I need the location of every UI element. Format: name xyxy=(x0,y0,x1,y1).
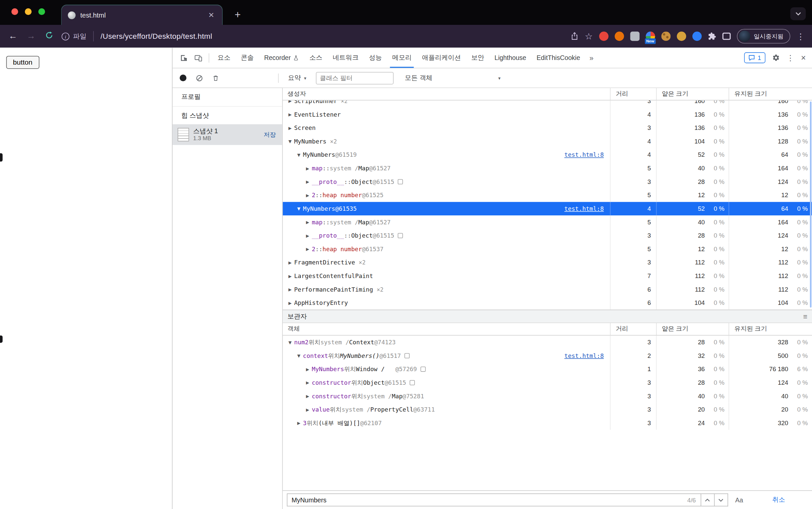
info-icon[interactable] xyxy=(405,353,410,359)
retainer-row[interactable]: ▶MyNumbers 위치 Window / @572691360 %76 18… xyxy=(283,363,812,376)
site-info-chip[interactable]: i 파일 xyxy=(62,32,87,41)
record-snapshot-button[interactable] xyxy=(180,74,186,81)
constructor-row[interactable]: ▶EventListener41360 %1360 % xyxy=(283,108,812,121)
constructor-row[interactable]: ▼MyNumbers @61535test.html:84520 %640 % xyxy=(283,202,812,215)
bookmark-star-icon[interactable]: ☆ xyxy=(585,31,593,42)
constructor-row[interactable]: ▶LargestContentfulPaint71120 %1120 % xyxy=(283,269,812,283)
search-next-button[interactable] xyxy=(715,494,728,506)
extensions-puzzle-icon[interactable] xyxy=(708,32,716,40)
devtools-tab-요소[interactable]: 요소 xyxy=(212,48,236,68)
extension-icon[interactable] xyxy=(692,32,701,41)
column-distance[interactable]: 거리 xyxy=(610,323,656,335)
info-icon[interactable] xyxy=(398,179,403,184)
expand-arrow-icon[interactable]: ▶ xyxy=(304,407,312,412)
search-previous-button[interactable] xyxy=(701,494,715,506)
close-window-button[interactable] xyxy=(11,8,18,15)
expand-arrow-icon[interactable]: ▶ xyxy=(304,166,312,171)
constructor-row[interactable]: ▶__proto__ :: Object @615153280 %1240 % xyxy=(283,175,812,189)
tab-close-icon[interactable]: ✕ xyxy=(206,11,216,19)
collapse-arrow-icon[interactable]: ▼ xyxy=(286,340,294,345)
expand-arrow-icon[interactable]: ▶ xyxy=(304,233,312,238)
collapse-arrow-icon[interactable]: ▼ xyxy=(295,152,303,157)
page-button[interactable]: button xyxy=(6,56,39,69)
expand-arrow-icon[interactable]: ▶ xyxy=(286,274,294,278)
back-button[interactable]: ← xyxy=(7,31,19,41)
extension-cookie-icon[interactable] xyxy=(661,32,671,41)
constructor-row[interactable]: ▼MyNumbers @61519test.html:84520 %640 % xyxy=(283,148,812,162)
devtools-close-button[interactable]: × xyxy=(801,53,806,62)
column-shallow-size[interactable]: 얕은 크기 xyxy=(656,88,729,100)
expand-arrow-icon[interactable]: ▶ xyxy=(286,112,294,116)
devtools-tab-네트워크[interactable]: 네트워크 xyxy=(328,48,364,68)
devtools-tab-Lighthouse[interactable]: Lighthouse xyxy=(489,48,531,68)
extension-icon[interactable]: New xyxy=(646,32,655,41)
object-scope-dropdown[interactable]: 모든 객체 ▾ xyxy=(405,74,501,82)
expand-arrow-icon[interactable]: ▶ xyxy=(304,193,312,198)
device-toolbar-button[interactable] xyxy=(191,51,206,65)
scrollbar-thumb[interactable] xyxy=(810,101,812,308)
settings-gear-button[interactable] xyxy=(772,54,780,62)
expand-arrow-icon[interactable]: ▶ xyxy=(304,220,312,224)
devtools-tab-소스[interactable]: 소스 xyxy=(304,48,328,68)
column-retained-size[interactable]: 유지된 크기 xyxy=(729,88,812,100)
info-icon[interactable] xyxy=(398,233,403,238)
info-icon[interactable] xyxy=(410,380,415,385)
reload-button[interactable] xyxy=(43,31,55,42)
expand-arrow-icon[interactable]: ▶ xyxy=(304,247,312,251)
expand-arrow-icon[interactable]: ▶ xyxy=(304,394,312,398)
expand-arrow-icon[interactable]: ▶ xyxy=(286,260,294,265)
save-snapshot-link[interactable]: 저장 xyxy=(264,130,276,139)
collapse-arrow-icon[interactable]: ▼ xyxy=(295,353,303,358)
constructor-row[interactable]: ▶PerformancePaintTiming×261120 %1120 % xyxy=(283,283,812,296)
devtools-tab-보안[interactable]: 보안 xyxy=(466,48,489,68)
expand-arrow-icon[interactable]: ▶ xyxy=(286,287,294,292)
snapshot-item[interactable]: 스냅샷 1 1.3 MB 저장 xyxy=(172,124,282,145)
extension-icon[interactable] xyxy=(614,32,624,41)
expand-arrow-icon[interactable]: ▶ xyxy=(295,421,303,426)
search-cancel-button[interactable]: 취소 xyxy=(772,496,785,504)
more-tabs-button[interactable]: » xyxy=(585,54,598,62)
constructor-row[interactable]: ▶AppHistoryEntry61040 %1040 % xyxy=(283,296,812,310)
retainer-row[interactable]: ▶constructor 위치 system / Map @752813400 … xyxy=(283,389,812,403)
source-link[interactable]: test.html:8 xyxy=(565,205,610,212)
new-tab-button[interactable]: + xyxy=(231,8,245,21)
expand-arrow-icon[interactable]: ▶ xyxy=(286,100,294,103)
devtools-tab-콘솔[interactable]: 콘솔 xyxy=(236,48,259,68)
profile-chip[interactable]: 일시중지됨 xyxy=(737,29,790,44)
collapse-arrow-icon[interactable]: ▼ xyxy=(295,206,303,211)
constructor-row[interactable]: ▶2 :: heap number @615375120 %120 % xyxy=(283,242,812,256)
expand-arrow-icon[interactable]: ▶ xyxy=(304,367,312,371)
column-distance[interactable]: 거리 xyxy=(610,88,656,100)
column-shallow-size[interactable]: 얕은 크기 xyxy=(656,323,729,335)
constructor-row[interactable]: ▶Screen31360 %1360 % xyxy=(283,121,812,135)
tab-search-button[interactable] xyxy=(790,7,806,20)
constructor-row[interactable]: ▶map :: system / Map @615275400 %1640 % xyxy=(283,162,812,175)
extension-icon[interactable] xyxy=(676,32,686,41)
extension-icon[interactable] xyxy=(630,32,639,41)
minimize-window-button[interactable] xyxy=(25,8,32,15)
maximize-window-button[interactable] xyxy=(38,8,45,15)
source-link[interactable]: test.html:8 xyxy=(565,352,610,360)
devtools-tab-EditThisCookie[interactable]: EditThisCookie xyxy=(531,48,585,68)
column-retained-size[interactable]: 유지된 크기 xyxy=(729,323,812,335)
share-button[interactable] xyxy=(571,32,578,40)
extension-adblock-icon[interactable] xyxy=(599,32,608,41)
devtools-tab-애플리케이션[interactable]: 애플리케이션 xyxy=(417,48,466,68)
match-case-button[interactable]: Aa xyxy=(735,497,743,504)
expand-arrow-icon[interactable]: ▶ xyxy=(286,126,294,130)
url-text[interactable]: /Users/yceffort/Desktop/test.html xyxy=(100,32,564,40)
retainer-row[interactable]: ▶3 위치 (내부 배열)[] @621073240 %3200 % xyxy=(283,416,812,430)
retainers-menu-icon[interactable]: ≡ xyxy=(803,312,807,320)
devtools-tab-Recorder[interactable]: Recorder xyxy=(259,48,304,68)
constructor-row[interactable]: ▶FragmentDirective×231120 %1120 % xyxy=(283,256,812,269)
heap-snapshots-group[interactable]: 힙 스냅샷 xyxy=(172,107,282,124)
expand-arrow-icon[interactable]: ▶ xyxy=(286,301,294,305)
retainer-row[interactable]: ▼num2 위치 system / Context @741233280 %32… xyxy=(283,336,812,349)
delete-button[interactable] xyxy=(212,74,219,81)
issues-button[interactable]: 1 xyxy=(744,53,765,63)
search-input[interactable] xyxy=(287,497,687,504)
browser-tab[interactable]: test.html ✕ xyxy=(61,5,223,25)
source-link[interactable]: test.html:8 xyxy=(565,151,610,159)
constructor-row[interactable]: ▶ScriptRunner×231600 %1600 % xyxy=(283,100,812,108)
devtools-tab-메모리[interactable]: 메모리 xyxy=(387,48,417,68)
